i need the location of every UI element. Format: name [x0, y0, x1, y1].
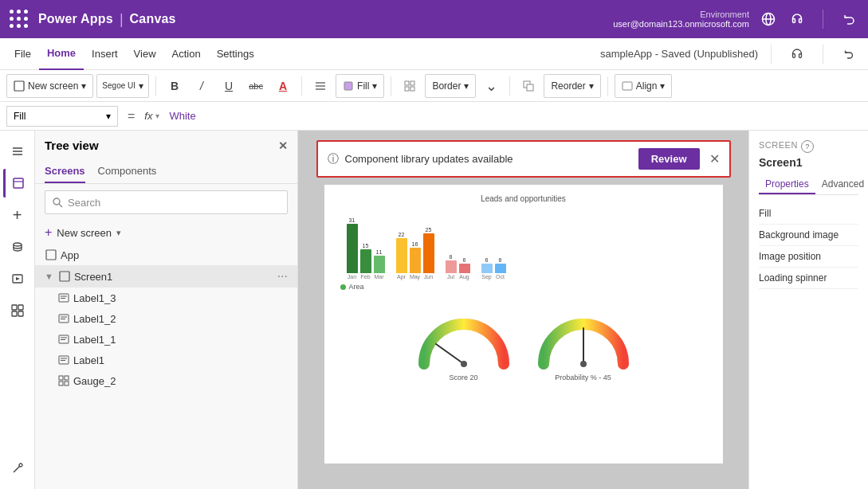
tree-item-label1-2[interactable]: Label1_2: [35, 308, 297, 329]
property-dropdown[interactable]: Fill ▾: [6, 106, 118, 127]
tree-item-app[interactable]: App: [35, 244, 297, 265]
app-icon: [45, 248, 57, 261]
environment-info: Environment user@domain123.onmicrosoft.c…: [613, 10, 749, 29]
globe-icon[interactable]: [759, 10, 778, 29]
headset-icon[interactable]: [787, 10, 807, 29]
label1-1-icon: [57, 333, 70, 346]
new-screen-button-tree[interactable]: + New screen ▾: [35, 221, 297, 244]
svg-rect-8: [405, 81, 409, 85]
bar-chart: 31 15 11 22: [334, 209, 713, 273]
menu-action[interactable]: Action: [164, 38, 209, 70]
svg-rect-3: [14, 81, 24, 91]
tree-close-icon[interactable]: ✕: [278, 139, 288, 152]
menu-insert[interactable]: Insert: [84, 38, 126, 70]
env-value: user@domain123.onmicrosoft.com: [613, 19, 749, 29]
title-divider: |: [120, 11, 124, 28]
font-dropdown[interactable]: Segoe UI ▾: [96, 74, 149, 98]
svg-rect-45: [59, 376, 63, 380]
tab-screens[interactable]: Screens: [45, 160, 85, 183]
tree-item-label1-3[interactable]: Label1_3: [35, 288, 297, 308]
main-layout: + Tree view ✕ Screens Components Search: [0, 131, 868, 489]
label1-3-label: Label1_3: [73, 292, 288, 304]
tab-properties[interactable]: Properties: [759, 175, 815, 194]
tab-advanced[interactable]: Advanced: [815, 175, 868, 194]
chart-x-axis: Jan Feb Mar Apr May Jun Jul Aug Sep Oct: [334, 274, 713, 280]
label1-3-icon: [57, 291, 70, 304]
menu-view[interactable]: View: [126, 38, 164, 70]
help-icon[interactable]: ?: [801, 140, 814, 153]
svg-rect-31: [46, 250, 56, 260]
layers-icon[interactable]: [3, 169, 32, 198]
media-icon[interactable]: [3, 264, 32, 293]
prop-image-position: Image position: [759, 246, 858, 268]
svg-point-20: [14, 243, 22, 246]
bold-button[interactable]: B: [163, 74, 187, 98]
svg-rect-7: [344, 82, 352, 90]
grid-icon[interactable]: [398, 74, 422, 98]
prop-loading-spinner: Loading spinner: [759, 268, 858, 289]
tools-icon[interactable]: [3, 454, 32, 483]
tree-search-box[interactable]: Search: [45, 190, 288, 214]
menu-settings[interactable]: Settings: [209, 38, 262, 70]
menu-home[interactable]: Home: [39, 38, 84, 70]
notification-text: Component library updates available: [345, 153, 632, 165]
notification-info-icon: ⓘ: [328, 152, 339, 166]
chevron-down-icon[interactable]: ⌄: [479, 74, 503, 98]
tree-item-label1[interactable]: Label1: [35, 350, 297, 370]
app-save-status: sampleApp - Saved (Unpublished): [600, 48, 758, 60]
equals-sign: =: [124, 109, 138, 123]
svg-rect-13: [527, 84, 533, 91]
menu-file[interactable]: File: [6, 38, 39, 70]
label1-2-icon: [57, 312, 70, 325]
border-button[interactable]: Border ▾: [425, 74, 476, 98]
gauge-1-label: Score 20: [449, 374, 477, 381]
gauge-2-svg: [532, 300, 635, 372]
svg-marker-22: [16, 277, 20, 280]
svg-rect-9: [410, 81, 414, 85]
gauge-row: Score 20: [334, 300, 713, 381]
hamburger-icon[interactable]: [3, 137, 32, 166]
tree-item-label1-1[interactable]: Label1_1: [35, 329, 297, 350]
top-bar-right: Environment user@domain123.onmicrosoft.c…: [613, 10, 858, 29]
svg-rect-11: [410, 87, 414, 91]
label1-icon: [57, 354, 70, 366]
reorder-button[interactable]: Reorder ▾: [544, 74, 600, 98]
tab-components[interactable]: Components: [98, 160, 157, 183]
align-button[interactable]: [308, 74, 332, 98]
svg-rect-32: [60, 272, 69, 281]
formula-value: White: [169, 110, 195, 122]
reorder-icon[interactable]: [516, 74, 540, 98]
left-sidebar: +: [0, 131, 35, 489]
tree-item-screen1[interactable]: ▼ Screen1 ···: [35, 265, 297, 288]
new-screen-button[interactable]: New screen ▾: [6, 74, 93, 98]
top-bar: Power Apps | Canvas Environment user@dom…: [0, 0, 868, 38]
review-button[interactable]: Review: [638, 148, 700, 170]
underline-button[interactable]: U: [217, 74, 241, 98]
undo-icon[interactable]: [839, 10, 858, 29]
font-color-button[interactable]: A: [271, 74, 295, 98]
align-button-labeled[interactable]: Align ▾: [615, 74, 673, 98]
new-screen-tree-label: New screen: [57, 227, 112, 239]
components-icon[interactable]: [3, 296, 32, 325]
svg-point-29: [53, 198, 60, 205]
italic-button[interactable]: /: [190, 74, 214, 98]
app-label: App: [61, 249, 288, 261]
toolbar-sep-4: [509, 76, 510, 96]
canvas-content: Leads and opportunities 31 15 11: [324, 185, 723, 464]
data-icon[interactable]: [3, 233, 32, 261]
strikethrough-button[interactable]: abc: [244, 74, 268, 98]
menu-bar: File Home Insert View Action Settings sa…: [0, 38, 868, 70]
add-icon[interactable]: +: [3, 201, 32, 229]
tree-item-gauge2[interactable]: Gauge_2: [35, 370, 297, 391]
fill-button[interactable]: Fill ▾: [336, 74, 384, 98]
label1-label: Label1: [73, 354, 288, 366]
headset-menu-icon[interactable]: [784, 41, 810, 67]
undo-menu-icon[interactable]: [836, 41, 862, 67]
svg-point-28: [19, 464, 22, 467]
fx-button[interactable]: fx ▾: [144, 110, 159, 122]
svg-rect-46: [65, 376, 69, 380]
screen1-more-icon[interactable]: ···: [277, 269, 288, 284]
notification-close-icon[interactable]: ✕: [709, 151, 720, 166]
app-dots-icon[interactable]: [10, 10, 29, 29]
gauge2-label: Gauge_2: [73, 375, 288, 387]
